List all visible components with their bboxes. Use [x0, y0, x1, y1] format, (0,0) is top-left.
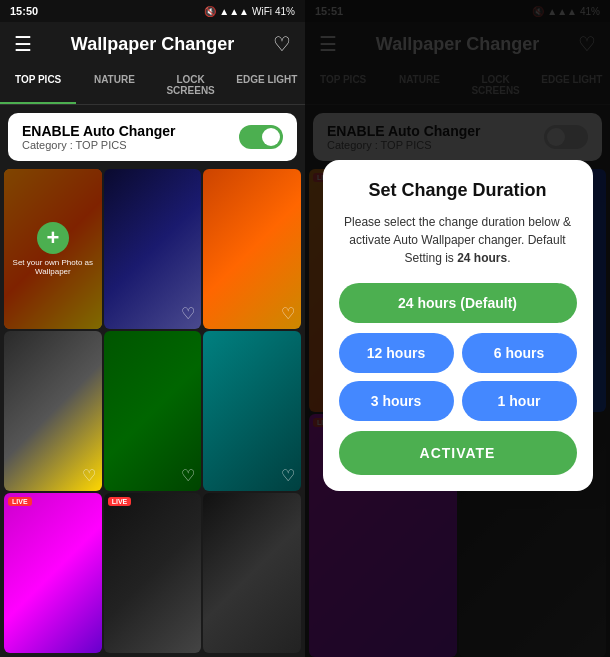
right-panel: 15:51 🔇 ▲▲▲ 41% ☰ Wallpaper Changer ♡ TO… — [305, 0, 610, 657]
modal-box: Set Change Duration Please select the ch… — [323, 160, 593, 491]
grid-item-live-2[interactable]: LIVE — [104, 493, 202, 653]
grid-item-add-photo[interactable]: + Set your own Photo as Wallpaper — [4, 169, 102, 329]
menu-icon[interactable]: ☰ — [14, 32, 32, 56]
live-badge-2: LIVE — [108, 497, 132, 506]
duration-24hr-button[interactable]: 24 hours (Default) — [339, 283, 577, 323]
live-badge-1: LIVE — [8, 497, 32, 506]
favorite-icon[interactable]: ♡ — [273, 32, 291, 56]
app-title: Wallpaper Changer — [71, 34, 234, 55]
heart-icon-flowers[interactable]: ♡ — [82, 466, 96, 485]
grid-bg-live-dark — [104, 493, 202, 653]
auto-changer-subtitle: Category : TOP PICS — [22, 139, 175, 151]
mute-icon: 🔇 — [204, 6, 216, 17]
tab-nature[interactable]: NATURE — [76, 66, 152, 104]
add-photo-label: Set your own Photo as Wallpaper — [4, 258, 102, 276]
grid-item-galaxy[interactable]: ♡ — [104, 169, 202, 329]
heart-icon-hummingbird[interactable]: ♡ — [281, 466, 295, 485]
activate-button[interactable]: ACTIVATE — [339, 431, 577, 475]
left-top-bar: ☰ Wallpaper Changer ♡ — [0, 22, 305, 66]
battery-icon: 41% — [275, 6, 295, 17]
auto-changer-text: ENABLE Auto Changer Category : TOP PICS — [22, 123, 175, 151]
modal-default-hours: 24 hours — [457, 251, 507, 265]
tab-edge-light[interactable]: EDGE LIGHT — [229, 66, 305, 104]
add-circle-icon: + — [37, 222, 69, 254]
auto-changer-title: ENABLE Auto Changer — [22, 123, 175, 139]
modal-description: Please select the change duration below … — [339, 213, 577, 267]
duration-12hr-button[interactable]: 12 hours — [339, 333, 454, 373]
modal-overlay: Set Change Duration Please select the ch… — [305, 0, 610, 657]
grid-item-live-3[interactable] — [203, 493, 301, 653]
add-photo-overlay: + Set your own Photo as Wallpaper — [4, 169, 102, 329]
left-panel: 15:50 🔇 ▲▲▲ WiFi 41% ☰ Wallpaper Changer… — [0, 0, 305, 657]
tab-lock-screens[interactable]: LOCK SCREENS — [153, 66, 229, 104]
grid-bg-live-bird — [203, 493, 301, 653]
grid-item-live-1[interactable]: LIVE — [4, 493, 102, 653]
grid-bg-live-rainbow — [4, 493, 102, 653]
left-status-bar: 15:50 🔇 ▲▲▲ WiFi 41% — [0, 0, 305, 22]
duration-6hr-button[interactable]: 6 hours — [462, 333, 577, 373]
auto-changer-toggle[interactable] — [239, 125, 283, 149]
grid-item-hummingbird[interactable]: ♡ — [203, 331, 301, 491]
grid-item-desert[interactable]: ♡ — [203, 169, 301, 329]
grid-item-waterfall[interactable]: ♡ — [104, 331, 202, 491]
duration-1hr-button[interactable]: 1 hour — [462, 381, 577, 421]
left-status-time: 15:50 — [10, 5, 38, 17]
heart-icon-desert[interactable]: ♡ — [281, 304, 295, 323]
signal-icon: ▲▲▲ — [219, 6, 249, 17]
wallpaper-grid: + Set your own Photo as Wallpaper ♡ ♡ ♡ … — [0, 169, 305, 657]
left-status-icons: 🔇 ▲▲▲ WiFi 41% — [204, 6, 295, 17]
modal-title: Set Change Duration — [339, 180, 577, 201]
tab-top-pics[interactable]: TOP PICS — [0, 66, 76, 104]
duration-3hr-button[interactable]: 3 hours — [339, 381, 454, 421]
heart-icon-waterfall[interactable]: ♡ — [181, 466, 195, 485]
duration-row-1: 12 hours 6 hours — [339, 333, 577, 373]
auto-changer-bar: ENABLE Auto Changer Category : TOP PICS — [8, 113, 297, 161]
duration-row-2: 3 hours 1 hour — [339, 381, 577, 421]
heart-icon-galaxy[interactable]: ♡ — [181, 304, 195, 323]
wifi-icon: WiFi — [252, 6, 272, 17]
tabs-row: TOP PICS NATURE LOCK SCREENS EDGE LIGHT — [0, 66, 305, 105]
grid-item-flowers[interactable]: ♡ — [4, 331, 102, 491]
